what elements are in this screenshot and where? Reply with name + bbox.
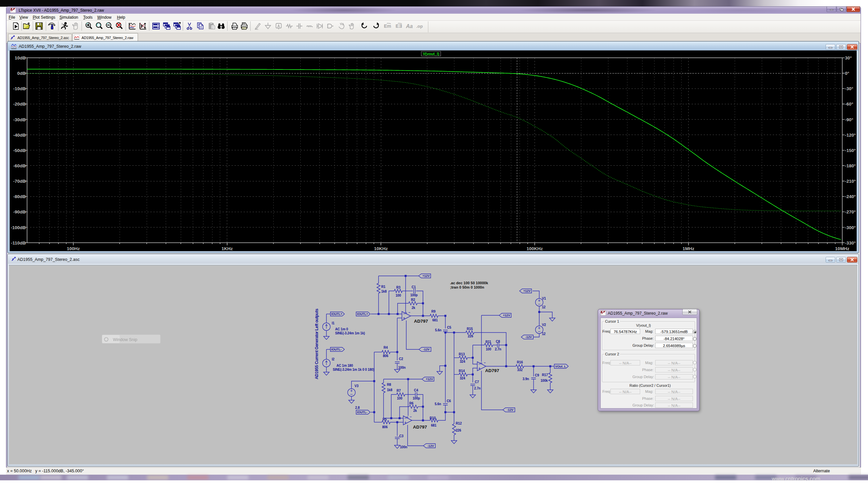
svg-text:R14: R14 <box>459 369 465 373</box>
svg-text:R11: R11 <box>486 340 492 344</box>
svg-text:100KHz: 100KHz <box>527 246 543 251</box>
svg-text:-270°: -270° <box>845 210 856 215</box>
svg-text:R3: R3 <box>396 286 401 289</box>
svg-text:-90dB: -90dB <box>13 210 26 215</box>
svg-text:100p: 100p <box>410 293 417 297</box>
svg-text:324: 324 <box>460 377 465 380</box>
svg-text:-80dB: -80dB <box>13 194 26 199</box>
svg-text:C7: C7 <box>475 380 479 384</box>
svg-text:E: E <box>396 23 399 29</box>
svg-text:Window Snip: Window Snip <box>113 337 137 342</box>
svg-text:-10dB: -10dB <box>13 86 26 91</box>
svg-text:R7: R7 <box>397 389 401 392</box>
svg-text:1k8: 1k8 <box>381 290 387 293</box>
svg-text:-12V: -12V <box>507 408 514 412</box>
svg-text:C5: C5 <box>447 326 452 329</box>
svg-text:C8: C8 <box>496 340 500 343</box>
svg-text:0°: 0° <box>845 71 849 76</box>
svg-text:100: 100 <box>397 396 403 400</box>
svg-text:AD797: AD797 <box>414 319 428 324</box>
svg-text:.ac dec 100 50 10000k: .ac dec 100 50 10000k <box>450 281 489 285</box>
svg-text:-330°: -330° <box>845 240 856 246</box>
svg-text:12: 12 <box>542 332 546 336</box>
svg-text:VOut_L: VOut_L <box>555 364 566 368</box>
svg-text:0dB: 0dB <box>17 71 26 76</box>
svg-text:100p: 100p <box>413 396 420 400</box>
svg-text:R16: R16 <box>517 360 523 364</box>
svg-text:2k: 2k <box>412 306 415 310</box>
svg-text:-12V: -12V <box>427 444 434 448</box>
svg-text:IOUTL-: IOUTL- <box>332 347 341 351</box>
svg-text:-60dB: -60dB <box>13 163 26 168</box>
svg-text:1k8: 1k8 <box>387 388 393 392</box>
svg-text:R15: R15 <box>467 327 473 331</box>
svg-text:12: 12 <box>542 305 546 309</box>
svg-text:100k: 100k <box>540 379 548 382</box>
svg-text:-180°: -180° <box>845 163 856 168</box>
svg-text:I1: I1 <box>332 321 335 325</box>
svg-text:-20dB: -20dB <box>13 101 26 106</box>
svg-text:2.7n: 2.7n <box>495 347 501 351</box>
svg-text:C6: C6 <box>447 399 451 403</box>
svg-text:-300°: -300° <box>845 225 856 230</box>
svg-text:226: 226 <box>456 428 461 432</box>
svg-text:R17: R17 <box>542 373 548 377</box>
svg-text:1MHz: 1MHz <box>683 246 694 251</box>
svg-text:C3: C3 <box>399 434 404 438</box>
svg-text:IOUTL+: IOUTL+ <box>332 312 342 316</box>
svg-text:Aa: Aa <box>406 23 413 29</box>
svg-text:C1: C1 <box>412 285 416 289</box>
svg-text:100Hz: 100Hz <box>67 246 80 251</box>
svg-text:C4: C4 <box>414 388 418 392</box>
svg-text:V1: V1 <box>542 297 546 300</box>
svg-text:+12V: +12V <box>422 274 430 278</box>
svg-text:I2: I2 <box>332 357 335 361</box>
svg-text:C9: C9 <box>535 374 539 377</box>
svg-text:806: 806 <box>383 354 389 358</box>
svg-text:100: 100 <box>396 294 401 297</box>
svg-text:IOUTL+: IOUTL+ <box>357 312 368 316</box>
svg-text:-30°: -30° <box>845 86 853 91</box>
svg-text:10KHz: 10KHz <box>374 246 388 251</box>
svg-text:100: 100 <box>486 347 492 351</box>
svg-text:R8: R8 <box>387 383 391 386</box>
svg-text:30°: 30° <box>845 56 851 60</box>
svg-text:AC 1m 0: AC 1m 0 <box>335 327 348 331</box>
svg-text:+12V: +12V <box>503 313 510 317</box>
svg-text:100n: 100n <box>400 445 407 449</box>
svg-text:R13: R13 <box>459 352 465 356</box>
svg-text:2.8: 2.8 <box>355 406 360 410</box>
svg-text:-60°: -60° <box>845 101 853 106</box>
svg-text:R12: R12 <box>456 422 462 425</box>
svg-text:V3: V3 <box>354 384 359 388</box>
svg-text:AD797: AD797 <box>413 424 427 429</box>
svg-text:806: 806 <box>382 425 388 429</box>
svg-text:R5: R5 <box>382 418 387 421</box>
svg-text:AC 1m 180: AC 1m 180 <box>336 364 353 367</box>
svg-text:IOUTL-: IOUTL- <box>357 410 367 414</box>
svg-text:-100dB: -100dB <box>11 225 26 230</box>
svg-text:-12V: -12V <box>525 335 532 339</box>
svg-text:10MHz: 10MHz <box>835 246 849 251</box>
svg-text:-120°: -120° <box>845 133 856 138</box>
svg-text:2k: 2k <box>413 409 417 413</box>
svg-text:;tran 0 50m 0 1000n: ;tran 0 50m 0 1000n <box>450 285 484 289</box>
svg-text:324: 324 <box>460 360 465 363</box>
svg-text:R1: R1 <box>381 285 385 289</box>
svg-text:226: 226 <box>468 334 473 338</box>
svg-text:-90°: -90° <box>845 117 853 122</box>
svg-text:+12V: +12V <box>523 289 531 293</box>
svg-text:R6: R6 <box>409 401 414 405</box>
svg-text:681: 681 <box>431 423 437 427</box>
svg-text:1KHz: 1KHz <box>221 246 233 251</box>
svg-text:C2: C2 <box>399 357 403 361</box>
svg-text:5.6n: 5.6n <box>435 328 441 332</box>
svg-text:R2: R2 <box>411 298 415 302</box>
svg-text:Em: Em <box>384 23 391 29</box>
svg-text:2.7n: 2.7n <box>474 386 480 390</box>
svg-text:-50dB: -50dB <box>13 148 26 153</box>
svg-text:R9: R9 <box>431 310 436 313</box>
svg-text:-150°: -150° <box>845 148 856 153</box>
svg-text:SINE(-3.24m 1m 1k 0 0 180): SINE(-3.24m 1m 1k 0 0 180) <box>333 368 374 372</box>
svg-text:-30dB: -30dB <box>13 117 26 122</box>
